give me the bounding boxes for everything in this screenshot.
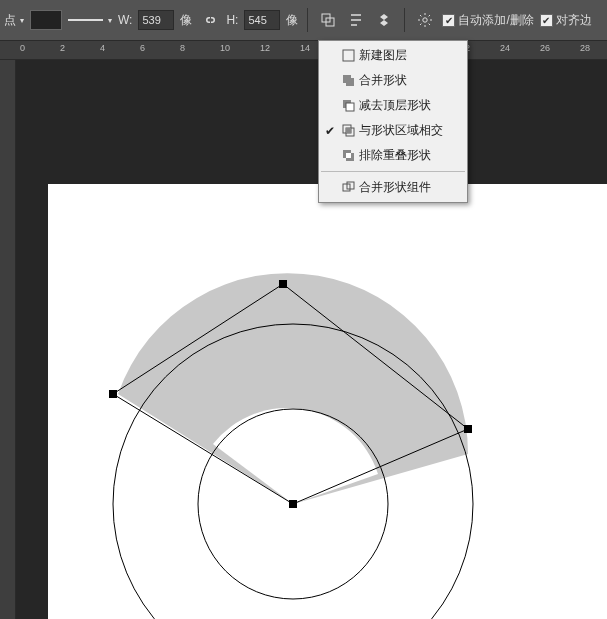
svg-rect-5 [289,500,297,508]
width-unit: 像 [180,12,192,29]
canvas[interactable] [48,184,607,619]
points-label: 点 [4,12,16,29]
pathops-button[interactable] [317,9,339,31]
canvas-artwork [48,184,607,619]
chevron-down-icon: ▾ [20,16,24,25]
auto-add-delete-checkbox[interactable]: ✔ 自动添加/删除 [442,12,533,29]
menu-item-merge-components[interactable]: 合并形状组件 [319,175,467,200]
menu-item-intersect[interactable]: ✔与形状区域相交 [319,118,467,143]
chevron-down-icon: ▾ [108,16,112,25]
menu-item-combine[interactable]: 合并形状 [319,68,467,93]
menu-item-label: 排除重叠形状 [359,147,431,164]
svg-rect-8 [464,425,472,433]
new-layer-icon [341,49,355,63]
svg-rect-13 [346,103,354,111]
snap-edges-label: 对齐边 [556,12,592,29]
svg-rect-7 [279,280,287,288]
height-label: H: [226,13,238,27]
menu-item-subtract[interactable]: 减去顶层形状 [319,93,467,118]
svg-rect-11 [346,78,354,86]
height-unit: 像 [286,12,298,29]
check-icon: ✔ [325,124,335,138]
combine-icon [341,74,355,88]
points-dropdown[interactable]: 点 ▾ [4,12,24,29]
menu-item-label: 合并形状 [359,72,407,89]
width-input[interactable] [138,10,174,30]
menu-separator [321,171,465,172]
width-label: W: [118,13,132,27]
menu-item-label: 合并形状组件 [359,179,431,196]
exclude-icon [341,149,355,163]
svg-rect-6 [109,390,117,398]
menu-item-label: 减去顶层形状 [359,97,431,114]
pathops-menu: 新建图层合并形状减去顶层形状✔与形状区域相交排除重叠形状合并形状组件 [318,40,468,203]
menu-item-exclude[interactable]: 排除重叠形状 [319,143,467,168]
fill-swatch[interactable] [30,10,62,30]
arrange-button[interactable] [373,9,395,31]
menu-item-label: 与形状区域相交 [359,122,443,139]
align-button[interactable] [345,9,367,31]
snap-edges-checkbox[interactable]: ✔ 对齐边 [540,12,592,29]
stroke-style[interactable]: ▾ [68,13,112,27]
options-bar: 点 ▾ ▾ W: 像 H: 像 ✔ 自动添加/删除 ✔ 对齐边 [0,0,607,40]
svg-rect-9 [343,50,354,61]
subtract-icon [341,99,355,113]
height-input[interactable] [244,10,280,30]
check-icon: ✔ [540,14,553,27]
svg-rect-16 [346,128,351,133]
ruler-vertical[interactable] [0,60,16,619]
auto-add-delete-label: 自动添加/删除 [458,12,533,29]
check-icon: ✔ [442,14,455,27]
svg-rect-19 [346,153,351,158]
intersect-icon [341,124,355,138]
ruler-horizontal[interactable]: 0246810121416182022242628 [0,40,607,60]
merge-icon [341,181,355,195]
menu-item-new-layer[interactable]: 新建图层 [319,43,467,68]
workspace [0,60,607,619]
gear-icon[interactable] [414,9,436,31]
link-icon[interactable] [198,9,220,31]
svg-point-2 [423,18,427,22]
menu-item-label: 新建图层 [359,47,407,64]
